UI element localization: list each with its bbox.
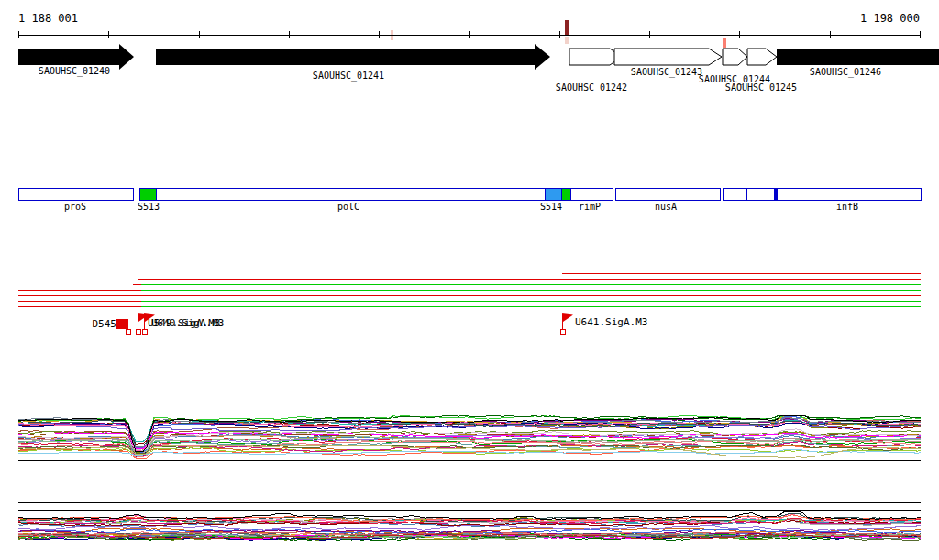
- gene-label: SAOUHSC_01241: [313, 71, 384, 82]
- feature-label: polC: [337, 202, 359, 212]
- gene-label: SAOUHSC_01242: [556, 82, 627, 93]
- feature-label: infB: [836, 202, 858, 212]
- feature-label: S513: [138, 202, 160, 212]
- gene-arrow-saouhsc_01241[interactable]: [156, 44, 550, 70]
- feature-box[interactable]: [561, 188, 570, 200]
- feature-label: nusA: [655, 202, 677, 212]
- feature-box-s514[interactable]: [545, 188, 561, 200]
- dark-red-tick: [565, 20, 569, 36]
- gene-arrow-saouhsc_01244[interactable]: [723, 49, 747, 65]
- browser-canvas: SAOUHSC_01240SAOUHSC_01241SAOUHSC_01242S…: [0, 0, 939, 560]
- feature-box-nusa[interactable]: [615, 188, 720, 200]
- gene-arrow-saouhsc_01245[interactable]: [747, 49, 777, 65]
- expression-series: [18, 526, 921, 530]
- feature-box[interactable]: [746, 188, 776, 200]
- feature-box[interactable]: [723, 188, 746, 200]
- tss-flag-marker[interactable]: [562, 313, 573, 322]
- gene-arrow-saouhsc_01246[interactable]: [777, 49, 939, 65]
- gene-label: SAOUHSC_01246: [810, 67, 881, 78]
- tss-label: U640.SigA.M3: [151, 317, 224, 329]
- gene-arrow-saouhsc_01243[interactable]: [614, 49, 722, 65]
- feature-label: proS: [64, 202, 86, 212]
- tss-box-marker[interactable]: [116, 319, 128, 329]
- gene-arrow-saouhsc_01242[interactable]: [569, 49, 622, 65]
- feature-box-rimp[interactable]: [570, 188, 613, 200]
- feature-box-polc[interactable]: [156, 188, 545, 200]
- feature-box-infb[interactable]: [777, 188, 921, 200]
- gene-label: SAOUHSC_01243: [631, 67, 702, 78]
- tss-label: D545: [93, 318, 117, 330]
- feature-box-pros[interactable]: [18, 188, 133, 200]
- tss-base-square: [136, 329, 140, 334]
- salmon-tick: [723, 38, 726, 48]
- feature-label: rimP: [579, 202, 601, 212]
- tss-base-square: [142, 329, 147, 334]
- gene-label: SAOUHSC_01240: [39, 66, 110, 77]
- tss-label: U641.SigA.M3: [575, 316, 647, 328]
- pale-red-tick: [565, 37, 569, 44]
- tss-base-square: [560, 329, 565, 334]
- gene-label: SAOUHSC_01245: [725, 82, 797, 93]
- feature-box-s513[interactable]: [139, 188, 156, 200]
- feature-divider: [774, 188, 777, 200]
- genome-browser-window: 1 188 001 1 198 000 SAOUHSC_01240SAOUHSC…: [0, 0, 939, 560]
- feature-label: S514: [540, 202, 562, 212]
- tss-base-square: [126, 329, 130, 334]
